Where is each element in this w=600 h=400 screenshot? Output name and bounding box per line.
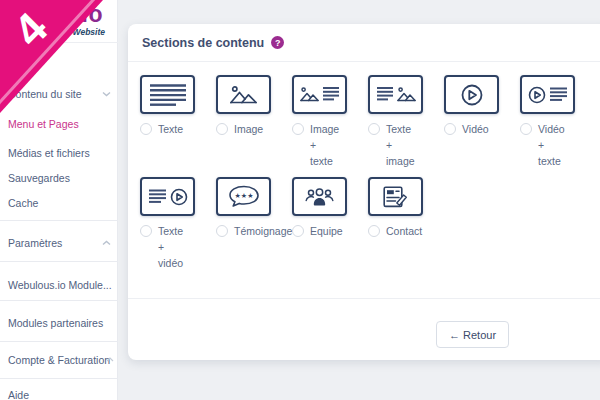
- option-video-radio-row[interactable]: Vidéo: [444, 121, 520, 137]
- divider: [0, 341, 118, 342]
- option-texte-video-radio-row[interactable]: Texte + vidéo: [140, 223, 216, 271]
- radio-button[interactable]: [292, 123, 304, 135]
- chevron-up-icon[interactable]: [102, 240, 111, 246]
- image-text-icon: [300, 86, 340, 103]
- option-temoignage-radio-row[interactable]: Témoignage: [216, 223, 292, 239]
- options-row-1: Texte Image: [140, 75, 596, 169]
- option-label: Texte: [158, 121, 183, 137]
- option-label: Image + texte: [310, 121, 339, 169]
- option-image-radio-row[interactable]: Image: [216, 121, 292, 137]
- option-video-tile[interactable]: [444, 75, 499, 114]
- radio-button[interactable]: [292, 225, 304, 237]
- option-image-texte: Image + texte: [292, 75, 368, 169]
- option-contact-radio-row[interactable]: Contact: [368, 223, 444, 239]
- option-equipe-tile[interactable]: [292, 177, 347, 216]
- sections-de-contenu-panel: Sections de contenu ? Texte: [128, 24, 600, 360]
- option-equipe: Equipe: [292, 177, 368, 271]
- radio-button[interactable]: [216, 225, 228, 237]
- sidebar-item-compte-facturation[interactable]: Compte & Facturation: [8, 354, 112, 366]
- radio-button[interactable]: [368, 225, 380, 237]
- image-icon: [230, 85, 257, 104]
- back-button[interactable]: ← Retour: [436, 321, 509, 348]
- option-image-tile[interactable]: [216, 75, 271, 114]
- sidebar-item-modules-partenaires[interactable]: Modules partenaires: [8, 317, 112, 329]
- sidebar-item-menu-et-pages[interactable]: Menu et Pages: [8, 118, 112, 130]
- option-image-texte-tile[interactable]: [292, 75, 347, 114]
- sidebar-item-contenu-du-site[interactable]: Contenu du site: [8, 88, 112, 100]
- option-contact: Contact: [368, 177, 444, 271]
- text-lines-icon: [149, 83, 187, 107]
- panel-header: Sections de contenu ?: [128, 24, 600, 62]
- help-icon[interactable]: ?: [271, 36, 284, 49]
- option-video-texte-radio-row[interactable]: Vidéo + texte: [520, 121, 596, 169]
- option-temoignage: ★★★ Témoignage: [216, 177, 292, 271]
- text-video-icon: [148, 188, 188, 206]
- sidebar-item-medias-et-fichiers[interactable]: Médias et fichiers: [8, 147, 112, 159]
- option-label: Equipe: [310, 223, 343, 239]
- option-texte: Texte: [140, 75, 216, 169]
- option-temoignage-tile[interactable]: ★★★: [216, 177, 271, 216]
- divider: [0, 220, 118, 221]
- option-video-texte: Vidéo + texte: [520, 75, 596, 169]
- option-label: Témoignage: [234, 223, 292, 239]
- radio-button[interactable]: [140, 225, 152, 237]
- option-label: Texte + image: [386, 121, 415, 169]
- option-label: Contact: [386, 223, 422, 239]
- radio-button[interactable]: [520, 123, 532, 135]
- stars-glyph: ★★★: [234, 192, 253, 199]
- option-texte-video-tile[interactable]: [140, 177, 195, 216]
- option-label: Texte + vidéo: [158, 223, 183, 271]
- video-play-icon: [460, 83, 484, 107]
- page-title: Sections de contenu: [142, 36, 264, 50]
- option-image-texte-radio-row[interactable]: Image + texte: [292, 121, 368, 169]
- option-label: Image: [234, 121, 263, 137]
- video-text-icon: [528, 86, 568, 104]
- option-label: Vidéo: [462, 121, 489, 137]
- sidebar-item-parametres[interactable]: Paramètres: [8, 237, 112, 249]
- sidebar-item-cache[interactable]: Cache: [8, 197, 112, 209]
- divider: [0, 300, 118, 301]
- radio-button[interactable]: [444, 123, 456, 135]
- brand-tagline: Website: [73, 27, 105, 37]
- option-video: Vidéo: [444, 75, 520, 169]
- text-image-icon: [376, 86, 416, 103]
- testimonial-bubble-icon: ★★★: [228, 185, 260, 208]
- option-image: Image: [216, 75, 292, 169]
- radio-button[interactable]: [140, 123, 152, 135]
- option-equipe-radio-row[interactable]: Equipe: [292, 223, 368, 239]
- team-icon: [304, 187, 335, 207]
- option-texte-image: Texte + image: [368, 75, 444, 169]
- option-contact-tile[interactable]: [368, 177, 423, 216]
- option-texte-image-radio-row[interactable]: Texte + image: [368, 121, 444, 169]
- option-texte-video: Texte + vidéo: [140, 177, 216, 271]
- app-window: io Website Contenu du site Menu et Pages…: [0, 0, 600, 400]
- radio-button[interactable]: [368, 123, 380, 135]
- option-video-texte-tile[interactable]: [520, 75, 575, 114]
- sidebar-item-webulous-module[interactable]: Webulous.io Module...: [8, 279, 112, 291]
- option-texte-radio-row[interactable]: Texte: [140, 121, 216, 137]
- divider: [0, 261, 118, 262]
- options-row-2: Texte + vidéo ★★★ Témoignage: [140, 177, 444, 271]
- sidebar-item-sauvegardes[interactable]: Sauvegardes: [8, 172, 112, 184]
- chevron-up-icon[interactable]: [106, 357, 114, 362]
- contact-form-icon: [383, 186, 408, 208]
- option-texte-image-tile[interactable]: [368, 75, 423, 114]
- chevron-down-icon[interactable]: [102, 91, 111, 97]
- radio-button[interactable]: [216, 123, 228, 135]
- option-texte-tile[interactable]: [140, 75, 195, 114]
- option-label: Vidéo + texte: [538, 121, 565, 169]
- divider: [128, 298, 600, 299]
- divider: [0, 378, 118, 379]
- sidebar-item-aide[interactable]: Aide: [8, 389, 112, 400]
